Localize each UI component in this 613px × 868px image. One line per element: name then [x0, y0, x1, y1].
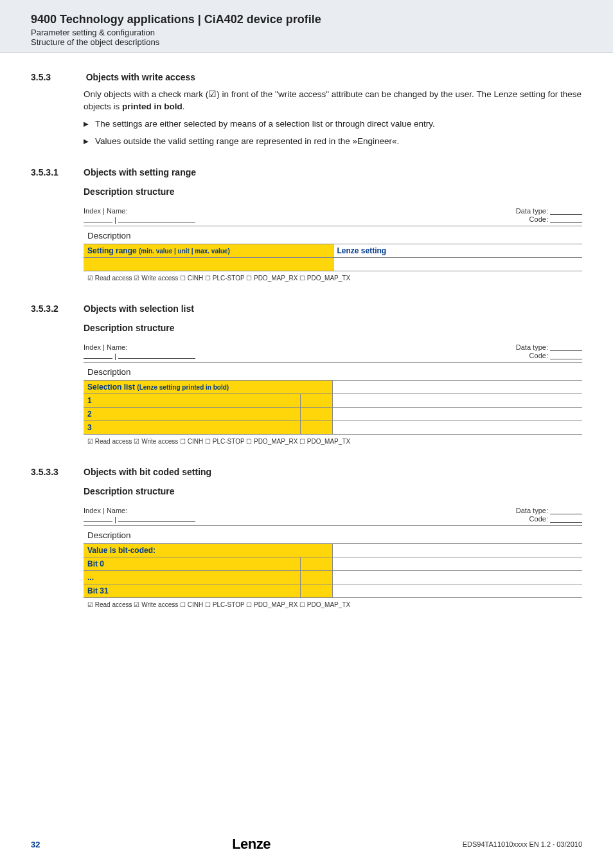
bit-val-2 — [301, 584, 333, 598]
selection-desc-1 — [333, 408, 582, 421]
index-blank — [84, 514, 112, 522]
selection-num-1: 2 — [84, 408, 301, 421]
index-name-row: Index | Name: | Data type: Code: — [84, 505, 582, 527]
index-blank — [84, 215, 112, 222]
description-cell: Description — [84, 364, 582, 381]
para-tail: . — [182, 102, 185, 111]
selection-list-right — [333, 381, 582, 394]
index-blank — [84, 351, 112, 359]
index-name-row: Index | Name: | Data type: Code: — [84, 206, 582, 227]
bit-coded-right — [333, 544, 582, 557]
sectitle: Objects with setting range — [84, 167, 196, 177]
selection-label-1 — [301, 408, 333, 421]
code-blank — [550, 516, 582, 523]
access-attributes: ☑ Read access ☑ Write access ☐ CINH ☐ PL… — [84, 435, 582, 448]
datatype-label: Data type: — [516, 507, 548, 514]
header-sub2: Structure of the object descriptions — [31, 37, 613, 47]
selection-label-0 — [301, 394, 333, 408]
code-label: Code: — [529, 515, 548, 523]
page-number: 32 — [31, 840, 40, 849]
doc-title: 9400 Technology applications | CiA402 de… — [31, 13, 613, 26]
bit-label-0: Bit 0 — [84, 557, 301, 571]
code-blank — [550, 217, 582, 223]
name-blank — [118, 351, 195, 359]
index-name-label: Index | Name: | — [84, 207, 195, 224]
doc-id: EDS94TA11010xxxx EN 1.2 · 03/2010 — [463, 840, 582, 848]
selection-label-2 — [301, 421, 333, 435]
bit-desc-0 — [333, 557, 582, 571]
para-353: Only objects with a check mark (☑) in fr… — [84, 89, 582, 113]
secnum-353: 3.5.3 — [31, 72, 84, 82]
setting-range-header: Setting range (min. value | unit | max. … — [84, 244, 333, 258]
description-table: DescriptionSelection list (Lenze setting… — [84, 364, 582, 448]
lenze-setting-value — [333, 258, 582, 271]
section-3-5-3-3: 3.5.3.3Objects with bit coded settingDes… — [31, 467, 582, 611]
description-cell: Description — [84, 527, 582, 544]
index-name-label: Index | Name: | — [84, 507, 195, 523]
selection-num-0: 1 — [84, 394, 301, 408]
selection-desc-2 — [333, 421, 582, 435]
datatype-blank — [550, 508, 582, 514]
bit-val-1 — [301, 571, 333, 584]
index-name-label: Index | Name: | — [84, 343, 195, 360]
sectitle: Objects with selection list — [84, 303, 194, 314]
datatype-label: Data type: — [516, 207, 548, 215]
bit-label-2: Bit 31 — [84, 584, 301, 598]
header-band: 9400 Technology applications | CiA402 de… — [0, 0, 613, 53]
selection-list-header: Selection list (Lenze setting printed in… — [84, 381, 333, 394]
setting-range-value — [84, 258, 333, 271]
description-structure-heading: Description structure — [84, 186, 582, 197]
header-sub1: Parameter setting & configuration — [31, 28, 613, 37]
bullet-1: The settings are either selected by mean… — [84, 118, 582, 131]
name-blank — [118, 514, 195, 522]
code-label: Code: — [529, 215, 548, 223]
secnum: 3.5.3.2 — [31, 303, 84, 314]
para-bold: printed in bold — [122, 102, 182, 111]
sectitle-353: Objects with write access — [86, 72, 195, 82]
bit-desc-2 — [333, 584, 582, 598]
description-structure-heading: Description structure — [84, 323, 582, 333]
brand-logo: Lenze — [232, 836, 271, 853]
section-3-5-3-1: 3.5.3.1Objects with setting rangeDescrip… — [31, 167, 582, 284]
datatype-blank — [550, 208, 582, 215]
selection-num-2: 3 — [84, 421, 301, 435]
bit-label-1: ... — [84, 571, 301, 584]
description-table: DescriptionSetting range (min. value | u… — [84, 228, 582, 284]
code-blank — [550, 353, 582, 359]
description-structure-heading: Description structure — [84, 486, 582, 496]
access-attributes: ☑ Read access ☑ Write access ☐ CINH ☐ PL… — [84, 598, 582, 611]
description-table: DescriptionValue is bit-coded: Bit 0 ...… — [84, 527, 582, 611]
description-cell: Description — [84, 228, 582, 244]
selection-desc-0 — [333, 394, 582, 408]
sectitle: Objects with bit coded setting — [84, 467, 211, 477]
code-label: Code: — [529, 352, 548, 359]
datatype-label: Data type: — [516, 343, 548, 351]
section-3-5-3-2: 3.5.3.2Objects with selection listDescri… — [31, 303, 582, 448]
section-3-5-3: 3.5.3 Objects with write access Only obj… — [31, 72, 582, 148]
bullet-2: Values outside the valid setting range a… — [84, 136, 582, 148]
secnum: 3.5.3.3 — [31, 467, 84, 477]
access-attributes: ☑ Read access ☑ Write access ☐ CINH ☐ PL… — [84, 271, 582, 284]
bit-desc-1 — [333, 571, 582, 584]
secnum: 3.5.3.1 — [31, 167, 84, 177]
bit-coded-header: Value is bit-coded: — [84, 544, 333, 557]
datatype-blank — [550, 345, 582, 351]
name-blank — [118, 215, 195, 222]
lenze-setting-header: Lenze setting — [333, 244, 582, 258]
footer: 32 Lenze EDS94TA11010xxxx EN 1.2 · 03/20… — [0, 836, 613, 853]
index-name-row: Index | Name: | Data type: Code: — [84, 342, 582, 363]
bit-val-0 — [301, 557, 333, 571]
